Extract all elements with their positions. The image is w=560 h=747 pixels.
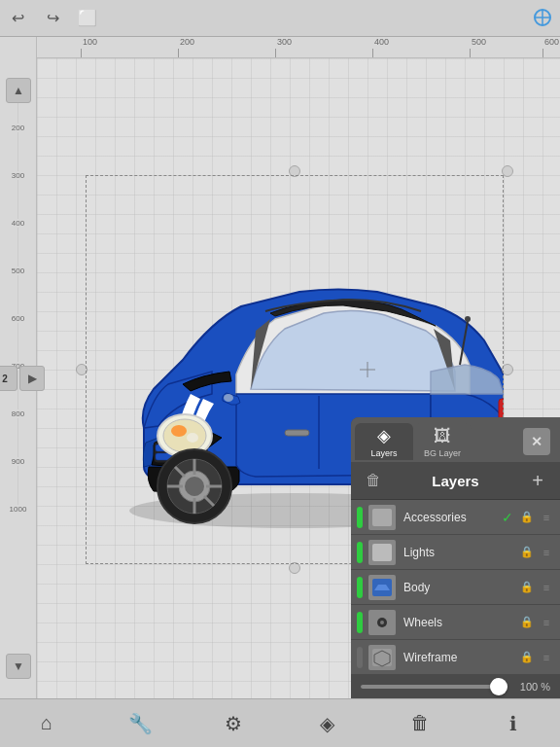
layer-reorder-wireframe[interactable]: ≡ (539, 650, 554, 665)
horizontal-ruler: 100 200 300 400 500 600 700 (37, 37, 560, 58)
panel-close-button[interactable]: ✕ (523, 428, 550, 455)
layer-visibility-lights[interactable] (357, 542, 363, 563)
layer-check-body[interactable] (500, 580, 515, 595)
delete-layer-button[interactable]: 🗑 (361, 468, 386, 493)
page-indicator: 2 (0, 366, 18, 391)
layer-list: Accessories ✓ 🔒 ≡ Lights 🔒 ≡ Body 🔒 ≡ (351, 500, 560, 675)
layer-check-wireframe[interactable] (500, 650, 515, 665)
svg-rect-38 (372, 509, 392, 526)
settings-button[interactable]: ⚙ (214, 704, 253, 743)
svg-point-8 (163, 419, 206, 452)
top-right-corner-icon (525, 0, 560, 35)
opacity-value: 100 % (515, 681, 550, 693)
layers-panel-title: Layers (432, 473, 478, 489)
layer-visibility-wheels[interactable] (357, 612, 363, 633)
layer-lock-wheels[interactable]: 🔒 (519, 615, 535, 630)
redo-button[interactable]: ↪ (35, 1, 70, 36)
layer-reorder-wheels[interactable]: ≡ (539, 615, 554, 630)
layer-row-lights[interactable]: Lights 🔒 ≡ (351, 535, 560, 570)
handle-left[interactable] (76, 364, 88, 375)
layer-row-body[interactable]: Body 🔒 ≡ (351, 570, 560, 605)
layer-thumb-wireframe (368, 645, 396, 670)
svg-point-9 (171, 425, 187, 437)
layer-visibility-body[interactable] (357, 577, 363, 598)
svg-point-10 (187, 433, 198, 443)
layer-lock-wireframe[interactable]: 🔒 (519, 650, 535, 665)
layer-reorder-body[interactable]: ≡ (539, 580, 554, 595)
layer-row-wireframe[interactable]: Wireframe 🔒 ≡ (351, 640, 560, 675)
layer-reorder-lights[interactable]: ≡ (539, 545, 554, 560)
top-toolbar: ↩ ↪ ⬜ (0, 0, 560, 37)
tab-bg-layer[interactable]: 🖼 BG Layer (413, 423, 472, 460)
layer-check-accessories[interactable]: ✓ (500, 510, 515, 525)
opacity-row: 100 % (351, 675, 560, 698)
bg-layer-tab-label: BG Layer (424, 448, 461, 458)
home-button[interactable]: ⌂ (27, 704, 66, 743)
svg-rect-39 (372, 544, 392, 561)
layers-panel: ◈ Layers 🖼 BG Layer ✕ 🗑 Layers + Accesso… (351, 417, 560, 698)
scroll-down-button[interactable]: ▼ (6, 654, 31, 679)
undo-button[interactable]: ↩ (0, 1, 35, 36)
svg-point-31 (224, 394, 233, 402)
panel-tabs: ◈ Layers 🖼 BG Layer ✕ (351, 417, 560, 462)
handle-right[interactable] (502, 364, 513, 375)
handle-bottom[interactable] (289, 562, 300, 574)
layer-name-lights: Lights (403, 546, 500, 559)
bottom-toolbar: ⌂ 🔧 ⚙ ◈ 🗑 ℹ (0, 698, 560, 747)
svg-rect-29 (285, 430, 309, 436)
layer-lock-lights[interactable]: 🔒 (519, 545, 535, 560)
select-tool-button[interactable]: ⬜ (70, 1, 105, 36)
panel-header: 🗑 Layers + (351, 462, 560, 500)
svg-point-43 (380, 621, 384, 624)
scroll-right-button[interactable]: ▶ (19, 366, 45, 391)
tools-button[interactable]: 🔧 (121, 704, 159, 743)
layer-name-wheels: Wheels (403, 616, 500, 629)
layer-name-body: Body (403, 581, 500, 594)
left-navigation: ▲ 2 ▶ ▼ (0, 58, 37, 698)
layer-thumb-accessories (368, 505, 396, 530)
svg-point-14 (185, 477, 204, 496)
layers-tab-label: Layers (370, 448, 397, 458)
scroll-up-button[interactable]: ▲ (6, 78, 31, 103)
handle-top[interactable] (289, 165, 300, 177)
layer-row-wheels[interactable]: Wheels 🔒 ≡ (351, 605, 560, 640)
layer-name-wireframe: Wireframe (403, 651, 500, 664)
layer-lock-body[interactable]: 🔒 (519, 580, 535, 595)
opacity-slider-fill (361, 685, 508, 689)
layer-visibility-wireframe[interactable] (357, 647, 363, 668)
trash-button[interactable]: 🗑 (401, 704, 439, 743)
layer-thumb-body (368, 575, 396, 600)
layers-button[interactable]: ◈ (307, 704, 346, 743)
layers-tab-icon: ◈ (377, 425, 391, 446)
svg-point-35 (465, 316, 471, 322)
layer-row-accessories[interactable]: Accessories ✓ 🔒 ≡ (351, 500, 560, 535)
opacity-slider-thumb[interactable] (490, 678, 508, 695)
bg-layer-tab-icon: 🖼 (434, 426, 451, 446)
layer-name-accessories: Accessories (403, 511, 500, 524)
layer-thumb-lights (368, 540, 396, 565)
opacity-slider[interactable] (361, 685, 508, 689)
layer-lock-accessories[interactable]: 🔒 (519, 510, 535, 525)
layer-check-lights[interactable] (500, 545, 515, 560)
add-layer-button[interactable]: + (525, 468, 550, 493)
layer-thumb-wheels (368, 610, 396, 635)
layer-check-wheels[interactable] (500, 615, 515, 630)
layer-reorder-accessories[interactable]: ≡ (539, 510, 554, 525)
handle-top-right[interactable] (502, 165, 513, 177)
layer-visibility-accessories[interactable] (357, 507, 363, 528)
svg-rect-44 (372, 649, 392, 666)
info-button[interactable]: ℹ (494, 704, 533, 743)
tab-layers[interactable]: ◈ Layers (355, 423, 413, 460)
